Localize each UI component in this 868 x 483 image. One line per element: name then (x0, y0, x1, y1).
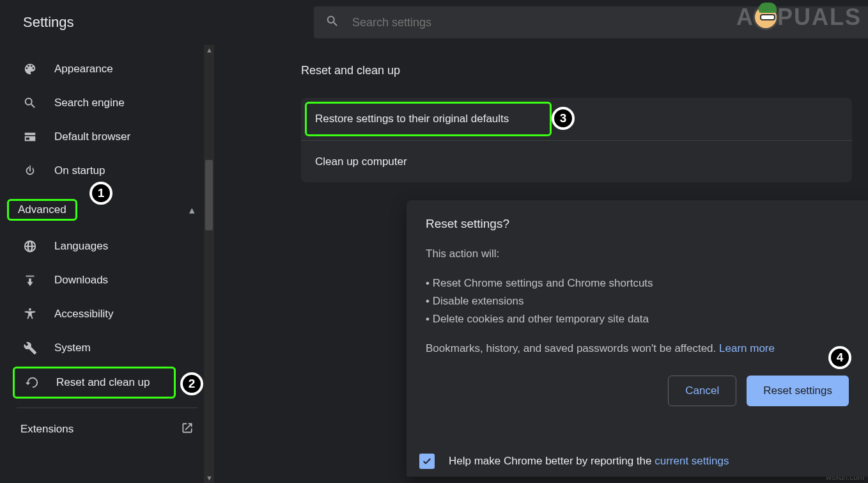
dialog-title: Reset settings? (426, 217, 849, 231)
dialog-bullet: Delete cookies and other temporary site … (426, 310, 849, 328)
sidebar-item-default-browser[interactable]: Default browser (0, 121, 214, 153)
reset-settings-button[interactable]: Reset settings (747, 376, 849, 406)
sidebar-item-system[interactable]: System (0, 332, 214, 364)
logo-text-left: A (736, 4, 754, 31)
reset-settings-dialog: Reset settings? This action will: Reset … (407, 200, 868, 477)
sidebar-item-label: On startup (54, 164, 105, 177)
sidebar-item-label: Downloads (54, 274, 108, 287)
extensions-label: Extensions (20, 423, 74, 436)
restore-defaults-label: Restore settings to their original defau… (315, 113, 509, 125)
sidebar-item-label: Reset and clean up (56, 376, 150, 389)
wrench-icon (22, 341, 38, 355)
search-icon (22, 96, 38, 110)
sidebar-item-reset-cleanup[interactable]: Reset and clean up 2 (13, 367, 176, 399)
dialog-note-text: Bookmarks, history, and saved passwords … (426, 342, 719, 354)
sidebar-item-label: Search engine (54, 97, 125, 109)
help-report-row: Help make Chrome better by reporting the… (413, 448, 868, 474)
site-watermark-logo: A PUALS (736, 4, 862, 31)
sidebar-item-label: Default browser (54, 131, 130, 143)
sidebar-item-languages[interactable]: Languages (0, 230, 214, 262)
scroll-down-icon[interactable]: ▼ (206, 474, 213, 482)
sidebar-item-extensions[interactable]: Extensions (0, 413, 214, 445)
sidebar-item-label: Languages (54, 240, 108, 253)
sidebar-item-label: Accessibility (54, 308, 114, 321)
annotation-3: 3 (552, 107, 575, 130)
cleanup-computer-row[interactable]: Clean up computer (301, 140, 852, 182)
scrollbar-thumb[interactable] (205, 160, 213, 230)
section-label: Advanced (18, 203, 66, 216)
section-title: Reset and clean up (301, 64, 868, 77)
logo-mascot-icon (753, 4, 779, 30)
report-checkbox[interactable] (419, 454, 435, 469)
annotation-2: 2 (180, 372, 203, 395)
sidebar-item-appearance[interactable]: Appearance (0, 53, 214, 85)
dialog-bullet: Reset Chrome settings and Chrome shortcu… (426, 274, 849, 292)
power-icon (22, 164, 38, 178)
logo-text-right: PUALS (777, 4, 862, 31)
restore-icon (24, 376, 40, 390)
download-icon (22, 273, 38, 287)
sidebar-section-advanced[interactable]: Advanced ▴ 1 (0, 194, 214, 225)
annotation-1: 1 (89, 182, 112, 205)
dialog-intro: This action will: (426, 245, 849, 263)
dialog-body: This action will: Reset Chrome settings … (426, 245, 849, 358)
sidebar-item-label: System (54, 342, 91, 354)
dialog-note: Bookmarks, history, and saved passwords … (426, 340, 849, 358)
cancel-button[interactable]: Cancel (668, 376, 736, 406)
current-settings-link[interactable]: current settings (655, 455, 729, 467)
sidebar-item-downloads[interactable]: Downloads (0, 264, 214, 296)
page-title: Settings (23, 14, 314, 31)
browser-icon (22, 130, 38, 144)
palette-icon (22, 62, 38, 76)
sidebar-divider (17, 408, 198, 408)
sidebar-item-label: Appearance (54, 63, 113, 75)
restore-defaults-row[interactable]: Restore settings to their original defau… (301, 98, 852, 140)
scroll-up-icon[interactable]: ▲ (206, 46, 213, 54)
annotation-4: 4 (828, 346, 851, 369)
sidebar-item-search-engine[interactable]: Search engine (0, 87, 214, 119)
open-external-icon (181, 422, 194, 438)
settings-sidebar: Appearance Search engine Default browser… (0, 45, 214, 483)
dialog-actions: Cancel Reset settings 4 (426, 376, 849, 406)
cleanup-computer-label: Clean up computer (315, 155, 407, 168)
help-prefix: Help make Chrome better by reporting the (449, 455, 655, 467)
sidebar-item-accessibility[interactable]: Accessibility (0, 298, 214, 330)
reset-cleanup-card: Restore settings to their original defau… (301, 98, 852, 182)
sidebar-scrollbar[interactable]: ▲ ▼ (204, 45, 214, 483)
dialog-bullet: Disable extensions (426, 292, 849, 310)
accessibility-icon (22, 307, 38, 321)
learn-more-link[interactable]: Learn more (719, 342, 775, 354)
advanced-highlight: Advanced (7, 199, 77, 221)
search-icon (325, 14, 339, 31)
globe-icon (22, 239, 38, 253)
sidebar-item-on-startup[interactable]: On startup (0, 155, 214, 187)
chevron-up-icon: ▴ (189, 203, 195, 217)
help-report-text: Help make Chrome better by reporting the… (449, 455, 729, 468)
